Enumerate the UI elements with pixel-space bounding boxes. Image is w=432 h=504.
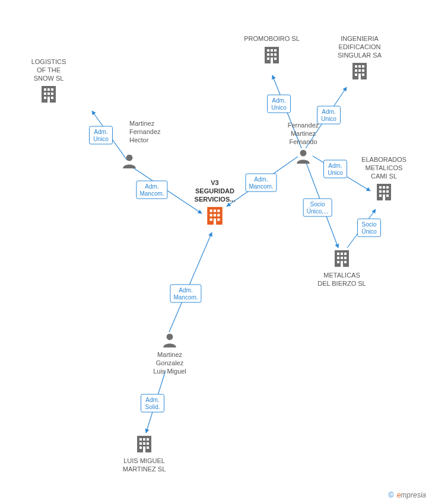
svg-rect-53	[344, 253, 347, 255]
svg-rect-59	[341, 261, 343, 267]
node-company-metalicas[interactable]: METALICAS DEL BIERZO SL	[306, 249, 377, 288]
node-label: PROMOBOIRO SL	[236, 35, 307, 43]
building-icon	[333, 249, 350, 270]
diagram-canvas: Adm. Unico Adm. Mancom. Adm. Unico Adm. …	[0, 0, 432, 504]
node-label: INGENIERIA EDIFICACION SINGULAR SA	[324, 35, 395, 59]
svg-rect-26	[362, 69, 364, 72]
svg-rect-7	[44, 97, 46, 99]
svg-rect-41	[210, 210, 212, 212]
node-label: ELABORADOS METALICOS CAMI SL	[348, 156, 420, 180]
node-company-elaborados[interactable]: ELABORADOS METALICOS CAMI SL	[348, 156, 420, 204]
edge-label-adm-mancom: Adm. Mancom.	[170, 285, 201, 303]
building-icon	[136, 435, 153, 456]
svg-rect-25	[358, 69, 361, 72]
person-icon	[162, 332, 177, 350]
svg-rect-34	[379, 190, 382, 193]
svg-rect-69	[143, 446, 145, 452]
edge-label-adm-mancom: Adm. Mancom.	[136, 181, 167, 199]
svg-rect-31	[379, 186, 382, 189]
person-icon	[122, 153, 137, 171]
node-company-logistics[interactable]: LOGISTICS OF THE SNOW SL	[13, 58, 84, 106]
svg-rect-44	[210, 214, 212, 216]
node-label: METALICAS DEL BIERZO SL	[306, 272, 377, 288]
edge	[169, 232, 212, 332]
node-label: Martinez Gonzalez Luis Miguel	[134, 351, 205, 375]
svg-rect-11	[267, 49, 269, 52]
svg-point-70	[126, 155, 133, 161]
svg-rect-37	[379, 194, 382, 197]
svg-rect-3	[51, 88, 53, 91]
brand-rest: mpresia	[401, 491, 426, 499]
svg-rect-2	[47, 88, 50, 91]
building-icon	[376, 183, 392, 204]
svg-rect-16	[274, 53, 277, 56]
svg-rect-13	[274, 49, 277, 52]
building-icon	[263, 46, 280, 67]
svg-rect-61	[139, 438, 142, 441]
node-company-ingenieria[interactable]: INGENIERIA EDIFICACION SINGULAR SA	[324, 35, 395, 83]
svg-rect-23	[362, 65, 364, 68]
svg-rect-24	[355, 69, 357, 72]
svg-rect-52	[341, 253, 343, 255]
svg-rect-38	[386, 194, 389, 197]
svg-rect-57	[337, 261, 339, 263]
svg-rect-9	[47, 97, 50, 103]
svg-rect-29	[358, 74, 361, 79]
svg-rect-19	[271, 58, 273, 63]
svg-rect-47	[210, 219, 212, 221]
svg-rect-35	[383, 190, 385, 193]
building-icon	[351, 62, 368, 83]
edge-label-adm-solid: Adm. Solid.	[141, 394, 164, 413]
node-person-hector-icon[interactable]	[120, 153, 138, 171]
svg-rect-43	[217, 210, 220, 212]
svg-rect-45	[214, 214, 216, 216]
svg-rect-66	[147, 442, 149, 445]
svg-rect-48	[217, 219, 220, 221]
watermark: © empresia	[388, 491, 426, 499]
svg-rect-67	[139, 446, 142, 449]
node-company-v3-seguridad[interactable]: V3 SEGURIDAD SERVICIOS...	[179, 179, 250, 228]
node-person-luis-miguel[interactable]: Martinez Gonzalez Luis Miguel	[134, 332, 205, 375]
node-company-promoboiro[interactable]: PROMOBOIRO SL	[236, 35, 307, 67]
node-person-hector[interactable]: Martinez Fernandez Hector	[129, 120, 177, 146]
svg-rect-15	[271, 53, 273, 56]
svg-rect-39	[383, 194, 385, 200]
svg-rect-5	[47, 92, 50, 95]
svg-rect-6	[51, 92, 53, 95]
svg-rect-56	[344, 257, 347, 259]
svg-rect-46	[217, 214, 220, 216]
node-company-luis-miguel-sl[interactable]: LUIS MIGUEL MARTINEZ SL	[109, 435, 180, 474]
svg-rect-27	[355, 74, 357, 76]
svg-rect-1	[44, 88, 46, 91]
svg-rect-18	[274, 58, 277, 60]
svg-rect-54	[337, 257, 339, 259]
svg-point-72	[167, 334, 173, 340]
svg-rect-55	[341, 257, 343, 259]
edge-label-adm-unico: Adm. Unico	[89, 126, 113, 145]
person-icon	[296, 148, 311, 166]
building-icon	[40, 85, 57, 106]
node-person-fernando[interactable]: Fernandez Martinez Fernando	[268, 122, 339, 166]
svg-rect-63	[147, 438, 149, 441]
svg-rect-17	[267, 58, 269, 60]
copyright-symbol: ©	[388, 491, 393, 499]
svg-rect-65	[143, 442, 145, 445]
svg-rect-68	[147, 446, 149, 449]
edge-label-socio-unico: Socio Único	[357, 219, 381, 237]
svg-rect-28	[362, 74, 364, 76]
svg-rect-22	[358, 65, 361, 68]
svg-rect-62	[143, 438, 145, 441]
node-label: V3 SEGURIDAD SERVICIOS...	[179, 179, 250, 203]
svg-rect-4	[44, 92, 46, 95]
edge-label-adm-unico: Adm. Unico	[267, 95, 291, 113]
building-icon	[206, 206, 224, 228]
svg-rect-49	[214, 219, 216, 225]
svg-rect-32	[383, 186, 385, 189]
svg-rect-8	[51, 97, 53, 99]
svg-rect-21	[355, 65, 357, 68]
svg-rect-36	[386, 190, 389, 193]
node-label: Martinez Fernandez Hector	[129, 120, 177, 144]
svg-rect-42	[214, 210, 216, 212]
edge-label-socio-unico-ellipsis: Socio Único,...	[303, 199, 332, 217]
svg-rect-14	[267, 53, 269, 56]
